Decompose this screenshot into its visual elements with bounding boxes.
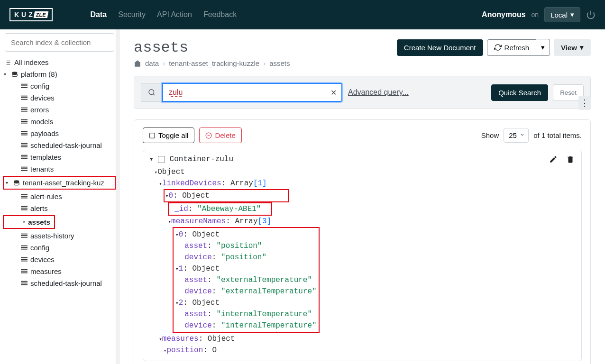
collection-tenants[interactable]: tenants (2, 163, 117, 175)
collection-scheduled-task-journal[interactable]: scheduled-task-journal (2, 139, 117, 151)
svg-rect-19 (21, 122, 28, 123)
table-icon (21, 131, 28, 136)
collection-templates[interactable]: templates (2, 151, 117, 163)
breadcrumb-root[interactable]: data (145, 59, 159, 67)
svg-rect-12 (21, 97, 28, 98)
table-icon (21, 143, 28, 148)
logo-main: KUZ (14, 11, 35, 18)
collection-measures[interactable]: measures (2, 265, 117, 277)
svg-rect-49 (21, 259, 28, 260)
sidebar: All indexes platform (8) config devices … (0, 29, 119, 364)
table-icon (21, 206, 28, 211)
table-icon (21, 194, 28, 200)
svg-rect-56 (21, 284, 28, 285)
quick-search-button[interactable]: Quick Search (491, 84, 548, 101)
svg-rect-45 (21, 245, 28, 246)
advanced-query-link[interactable]: Advanced query... (348, 88, 409, 97)
page-size-select[interactable]: 25 (504, 128, 529, 143)
table-icon (23, 219, 25, 225)
svg-rect-54 (21, 281, 28, 282)
collection-alert-rules[interactable]: alert-rules (2, 191, 117, 202)
svg-rect-48 (21, 257, 28, 258)
refresh-button[interactable]: Refresh (487, 39, 537, 56)
database-icon (13, 180, 20, 186)
svg-rect-17 (21, 119, 28, 120)
collection-alerts[interactable]: alerts (2, 202, 117, 214)
json-tree: ▾Object ▾linkedDevices: Array[1] ▾0: Obj… (150, 166, 575, 356)
document-checkbox[interactable] (158, 156, 165, 163)
svg-rect-23 (21, 143, 28, 144)
svg-rect-55 (21, 282, 28, 283)
svg-rect-41 (23, 222, 25, 223)
edit-icon[interactable] (549, 155, 558, 164)
breadcrumb-leaf: assets (269, 59, 290, 67)
svg-rect-16 (21, 110, 28, 111)
svg-rect-29 (21, 166, 28, 167)
svg-rect-22 (21, 134, 28, 135)
svg-rect-27 (21, 156, 28, 157)
svg-rect-52 (21, 271, 28, 272)
delete-button[interactable]: Delete (199, 127, 241, 143)
table-icon (21, 107, 28, 113)
search-input[interactable] (162, 83, 342, 102)
all-indexes[interactable]: All indexes (2, 56, 117, 68)
svg-rect-46 (21, 247, 28, 248)
sidebar-search-input[interactable] (5, 33, 114, 52)
svg-rect-53 (21, 272, 28, 273)
svg-rect-11 (21, 95, 28, 96)
collection-scheduled-task-journal-2[interactable]: scheduled-task-journal (2, 277, 117, 289)
collection-devices[interactable]: devices (2, 92, 117, 104)
page-actions: Create New Document Refresh ▾ View ▾ (397, 39, 591, 56)
toggle-all-button[interactable]: Toggle all (143, 127, 194, 143)
collection-models[interactable]: models (2, 116, 117, 127)
svg-rect-13 (21, 99, 28, 100)
svg-rect-35 (21, 197, 28, 198)
collection-assets-history[interactable]: assets-history (2, 230, 117, 242)
svg-rect-30 (21, 168, 28, 169)
caret-icon (6, 180, 10, 185)
table-icon (21, 95, 28, 101)
collection-assets[interactable]: assets (3, 215, 55, 229)
collection-errors[interactable]: errors (2, 104, 117, 116)
nav-api-action[interactable]: API Action (157, 10, 192, 19)
search-icon (148, 89, 156, 96)
svg-rect-38 (21, 209, 28, 210)
collection-devices-2[interactable]: devices (2, 254, 117, 265)
kebab-menu-button[interactable]: ⋮ (578, 96, 591, 110)
database-icon (11, 71, 18, 78)
svg-rect-43 (21, 235, 28, 236)
nav-data[interactable]: Data (91, 10, 107, 19)
svg-rect-34 (21, 196, 28, 197)
index-tree: All indexes platform (8) config devices … (0, 56, 119, 289)
svg-rect-8 (21, 83, 28, 84)
index-tenant-asset-tracking[interactable]: tenant-asset_tracking-kuz (3, 176, 116, 190)
view-button[interactable]: View ▾ (554, 39, 591, 56)
collection-payloads[interactable]: payloads (2, 127, 117, 139)
refresh-dropdown-button[interactable]: ▾ (536, 39, 550, 56)
environment-select[interactable]: Local ▾ (544, 7, 580, 22)
table-icon (21, 119, 28, 125)
table-icon (21, 245, 28, 251)
search-icon-addon (141, 83, 162, 102)
trash-icon[interactable] (566, 155, 575, 164)
index-platform[interactable]: platform (8) (2, 68, 117, 80)
svg-rect-21 (21, 133, 28, 134)
power-icon[interactable] (586, 10, 596, 19)
clear-search-button[interactable]: ✕ (330, 88, 337, 97)
svg-rect-10 (21, 87, 28, 88)
collection-config-2[interactable]: config (2, 242, 117, 254)
svg-rect-26 (21, 155, 28, 155)
svg-rect-15 (21, 109, 28, 110)
logo: KUZ ZLE (9, 8, 53, 21)
collapse-toggle[interactable]: ▼ (150, 156, 153, 162)
page-title: assets (134, 39, 188, 56)
svg-rect-9 (21, 85, 28, 86)
nav-feedback[interactable]: Feedback (203, 10, 237, 19)
nav-security[interactable]: Security (118, 10, 146, 19)
svg-rect-20 (21, 131, 28, 132)
home-icon[interactable] (134, 60, 141, 67)
table-icon (21, 281, 28, 286)
collection-config[interactable]: config (2, 80, 117, 92)
create-document-button[interactable]: Create New Document (397, 39, 483, 56)
breadcrumb-mid[interactable]: tenant-asset_tracking-kuzzle (169, 59, 259, 67)
